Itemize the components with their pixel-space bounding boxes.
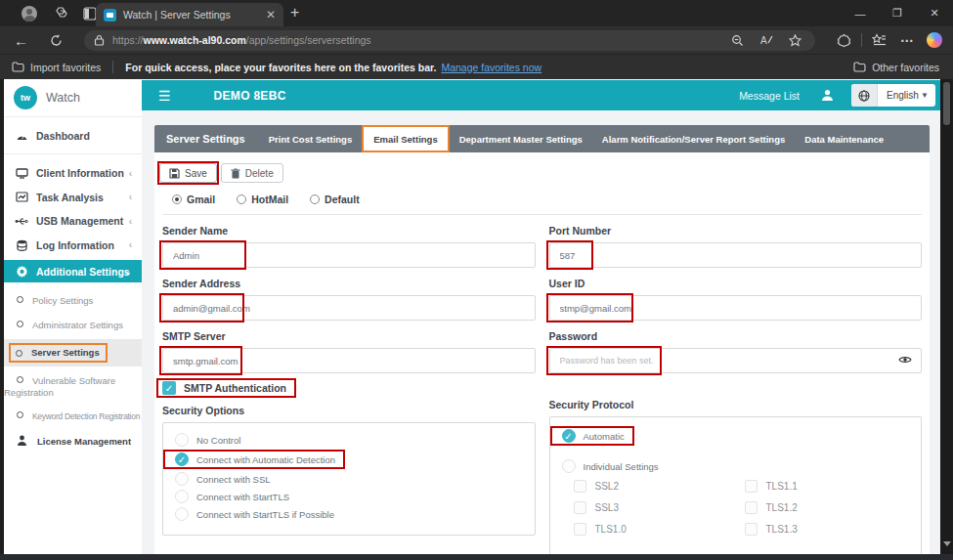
page-scrollbar[interactable] bbox=[940, 79, 953, 554]
sidebar-item-license-management[interactable]: License Management bbox=[4, 435, 142, 447]
restore-button[interactable]: ❐ bbox=[879, 7, 916, 20]
lock-icon[interactable] bbox=[94, 34, 105, 46]
radio-default[interactable]: Default bbox=[310, 194, 360, 205]
app-logo[interactable]: Watch bbox=[4, 79, 142, 117]
usb-icon bbox=[15, 217, 28, 226]
address-bar[interactable]: https://www.watch-al90.com/app/settings/… bbox=[84, 30, 815, 51]
tab-alarm-notification-settings[interactable]: Alarm Notification/Server Report Setting… bbox=[592, 134, 795, 145]
sidebar-item-dashboard[interactable]: Dashboard bbox=[4, 117, 142, 154]
tab-print-cost-settings[interactable]: Print Cost Settings bbox=[259, 134, 363, 145]
tab-email-settings[interactable]: Email Settings bbox=[362, 125, 449, 152]
bullet-icon bbox=[17, 296, 23, 303]
main-area: ☰ DEMO 8EBC Message List English ▼ bbox=[142, 79, 940, 554]
browser-tab[interactable]: Watch | Server Settings ✕ bbox=[96, 3, 283, 26]
browser-titlebar: Watch | Server Settings ✕ + — ❐ ✕ bbox=[0, 0, 953, 26]
radio-connect-starttls-if-possible[interactable]: Connect with StartTLS if Possible bbox=[175, 506, 523, 522]
save-highlight: Save bbox=[157, 161, 219, 185]
sidebar-item-log-information[interactable]: Log Information ‹ bbox=[4, 234, 142, 258]
sidebar-item-vulnerable-software-registration[interactable]: Vulnerable Software Registration bbox=[4, 375, 142, 399]
sidebar-item-usb-management[interactable]: USB Management ‹ bbox=[4, 209, 142, 234]
app-header: ☰ DEMO 8EBC Message List English ▼ bbox=[142, 80, 940, 110]
user-id-input[interactable] bbox=[549, 295, 923, 321]
save-button[interactable]: Save bbox=[159, 163, 217, 183]
tab-data-maintenance[interactable]: Data Maintenance bbox=[795, 134, 893, 145]
tab-department-master-settings[interactable]: Department Master Settings bbox=[450, 134, 592, 145]
language-selector[interactable]: English ▼ bbox=[851, 84, 935, 107]
radio-automatic[interactable]: ✓ Automatic bbox=[562, 426, 910, 446]
bullet-icon bbox=[17, 321, 23, 327]
sidebar-item-server-settings[interactable]: Server Settings bbox=[4, 339, 142, 366]
security-protocol-label: Security Protocol bbox=[549, 399, 923, 410]
favorite-star-icon[interactable] bbox=[789, 34, 801, 47]
radio-icon bbox=[237, 194, 246, 204]
language-value: English bbox=[887, 90, 921, 101]
sidebar-item-additional-settings[interactable]: Additional Settings ⌄ bbox=[4, 260, 142, 282]
checkbox-tls13[interactable]: TLS1.3 bbox=[745, 523, 910, 536]
tab-close-icon[interactable]: ✕ bbox=[266, 8, 276, 22]
checkbox-tls10[interactable]: TLS1.0 bbox=[574, 523, 745, 536]
scrollbar-thumb[interactable] bbox=[943, 82, 950, 125]
sender-name-input[interactable] bbox=[162, 242, 536, 268]
read-aloud-icon[interactable]: A bbox=[759, 34, 773, 46]
tab-actions-icon[interactable] bbox=[83, 7, 97, 21]
radio-connect-starttls[interactable]: Connect with StartTLS bbox=[175, 489, 523, 504]
sidebar-item-administrator-settings[interactable]: Administrator Settings bbox=[4, 320, 142, 331]
sidebar-item-policy-settings[interactable]: Policy Settings bbox=[4, 295, 142, 307]
client-information-icon bbox=[15, 168, 28, 179]
trash-icon bbox=[231, 168, 240, 179]
radio-connect-automatic-detection[interactable]: ✓ Connect with Automatic Detection bbox=[175, 450, 523, 469]
email-settings-form: Save Delete Gmail bbox=[154, 152, 930, 554]
sidebar-item-task-analysis[interactable]: Task Analysis ‹ bbox=[4, 186, 142, 210]
radio-individual-settings[interactable]: Individual Settings bbox=[562, 458, 910, 474]
tab-server-settings[interactable]: Server Settings bbox=[154, 133, 259, 145]
import-favorites-button[interactable]: Import favorites bbox=[12, 62, 101, 73]
other-favorites-button[interactable]: Other favorites bbox=[853, 62, 939, 73]
sidebar-item-keyword-detection-registration[interactable]: Keyword Detection Registration bbox=[4, 410, 142, 422]
new-tab-button[interactable]: + bbox=[290, 4, 299, 22]
copilot-icon[interactable] bbox=[927, 32, 942, 48]
radio-hotmail[interactable]: HotMail bbox=[237, 194, 288, 205]
message-list-link[interactable]: Message List bbox=[739, 90, 800, 102]
close-button[interactable]: ✕ bbox=[916, 7, 953, 20]
chevron-left-icon: ‹ bbox=[129, 168, 132, 179]
delete-button[interactable]: Delete bbox=[221, 163, 283, 183]
show-password-icon[interactable] bbox=[898, 354, 912, 366]
security-options-label: Security Options bbox=[162, 405, 536, 416]
radio-connect-ssl[interactable]: Connect with SSL bbox=[175, 471, 523, 487]
minimize-button[interactable]: — bbox=[842, 8, 879, 20]
smtp-auth-checkbox[interactable]: ✓ bbox=[162, 381, 176, 395]
scrollbar-down-arrow[interactable] bbox=[943, 541, 951, 546]
radio-icon bbox=[310, 194, 320, 204]
manage-favorites-link[interactable]: Manage favorites now bbox=[441, 62, 541, 73]
user-account-icon[interactable] bbox=[821, 89, 834, 102]
radio-selected-icon: ✓ bbox=[175, 452, 189, 466]
password-input[interactable] bbox=[549, 348, 923, 373]
radio-gmail[interactable]: Gmail bbox=[172, 194, 215, 205]
checkbox-tls12[interactable]: TLS1.2 bbox=[745, 501, 910, 514]
checkbox-ssl2[interactable]: SSL2 bbox=[574, 480, 745, 493]
port-number-input[interactable] bbox=[549, 242, 923, 268]
favorites-bar-icon[interactable] bbox=[872, 33, 887, 47]
workspaces-icon[interactable] bbox=[54, 6, 68, 21]
zoom-out-icon[interactable] bbox=[731, 34, 744, 47]
reload-icon[interactable] bbox=[50, 34, 63, 47]
profile-avatar-icon[interactable] bbox=[22, 6, 37, 22]
smtp-server-input[interactable] bbox=[162, 348, 536, 373]
checkbox-tls11[interactable]: TLS1.1 bbox=[745, 480, 910, 493]
hamburger-menu-icon[interactable]: ☰ bbox=[158, 88, 171, 104]
checkbox-ssl3[interactable]: SSL3 bbox=[574, 501, 745, 514]
browser-essentials-icon[interactable] bbox=[837, 33, 851, 48]
task-analysis-icon bbox=[15, 192, 28, 202]
globe-icon bbox=[851, 84, 878, 107]
settings-more-icon[interactable]: ⋯ bbox=[900, 32, 915, 48]
sender-address-input[interactable] bbox=[162, 295, 536, 321]
radio-no-control[interactable]: No Control bbox=[175, 432, 523, 448]
tab-title: Watch | Server Settings bbox=[123, 9, 262, 21]
auto-detection-highlight: ✓ Connect with Automatic Detection bbox=[163, 450, 345, 469]
smtp-auth-label: SMTP Authentication bbox=[184, 382, 286, 394]
url-text[interactable]: https://www.watch-al90.com/app/settings/… bbox=[112, 34, 731, 46]
sidebar-item-client-information[interactable]: Client Information ‹ bbox=[4, 161, 142, 186]
smtp-server-label: SMTP Server bbox=[162, 330, 536, 342]
checkbox-icon bbox=[574, 501, 586, 514]
back-icon[interactable]: ← bbox=[14, 32, 28, 49]
